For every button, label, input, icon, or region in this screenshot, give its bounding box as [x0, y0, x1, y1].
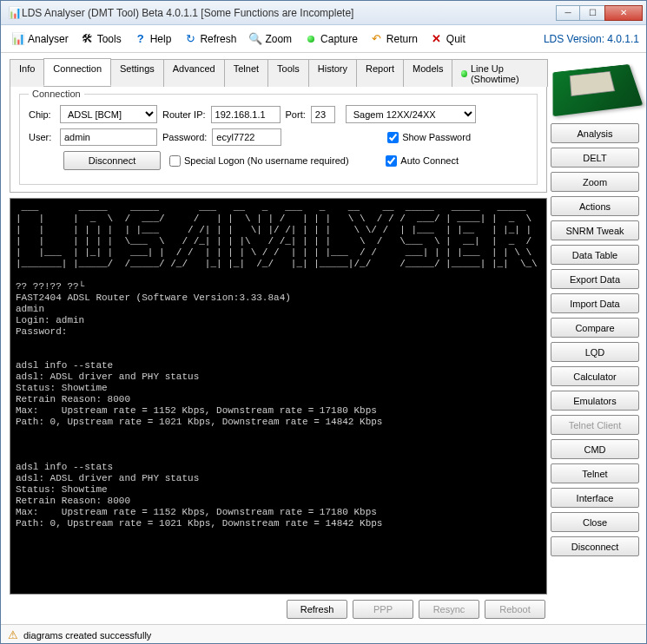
- compare-button[interactable]: Compare: [551, 318, 639, 338]
- return-icon: ↶: [370, 32, 384, 46]
- routerip-input[interactable]: [211, 106, 281, 123]
- status-text: diagrams created successfully: [23, 630, 151, 641]
- app-icon: 📊: [8, 6, 22, 20]
- tab-tools[interactable]: Tools: [267, 59, 309, 87]
- chip-select[interactable]: ADSL [BCM]: [60, 105, 157, 123]
- tab-connection[interactable]: Connection: [43, 58, 111, 86]
- main-toolbar: 📊Analyser 🛠Tools ?Help ↻Refresh 🔍Zoom Ca…: [1, 25, 646, 53]
- pcb-image: [552, 64, 643, 116]
- close-side-button[interactable]: Close: [551, 512, 639, 532]
- showpw-checkbox[interactable]: Show Password: [387, 132, 471, 143]
- tab-report[interactable]: Report: [356, 59, 404, 87]
- quit-icon: ✕: [430, 32, 444, 46]
- tab-lineup[interactable]: Line Up (Showtime): [452, 59, 548, 87]
- disconnect-side-button[interactable]: Disconnect: [551, 536, 639, 556]
- close-window-button[interactable]: ✕: [604, 5, 643, 21]
- calculator-button[interactable]: Calculator: [551, 366, 639, 386]
- tab-advanced[interactable]: Advanced: [163, 59, 225, 87]
- window-title: LDS Analyser (DMT Tool) Beta 4.0.1.1 [So…: [22, 7, 556, 19]
- reboot-button: Reboot: [485, 600, 545, 619]
- refresh-bottom-button[interactable]: Refresh: [287, 600, 347, 619]
- password-label: Password:: [162, 132, 207, 142]
- cmd-button[interactable]: CMD: [551, 439, 639, 459]
- snrm-tweak-button[interactable]: SNRM Tweak: [551, 220, 639, 240]
- port-label: Port:: [286, 109, 306, 120]
- routerip-label: Router IP:: [162, 109, 206, 120]
- return-button[interactable]: ↶Return: [366, 30, 421, 48]
- quit-button[interactable]: ✕Quit: [426, 30, 469, 48]
- help-menu[interactable]: ?Help: [130, 30, 175, 48]
- resync-button: Resync: [419, 600, 479, 619]
- refresh-button[interactable]: ↻Refresh: [180, 30, 240, 48]
- terminal-output[interactable]: ___ _____ _____ ___ __ _ ___ _ __ __ ___…: [10, 198, 547, 595]
- zoom-icon: 🔍: [248, 32, 262, 46]
- tab-history[interactable]: History: [308, 59, 357, 87]
- analyser-icon: 📊: [11, 32, 25, 46]
- port-input[interactable]: [311, 106, 335, 123]
- capture-button[interactable]: Capture: [300, 30, 361, 48]
- interface-button[interactable]: Interface: [551, 488, 639, 508]
- emulators-button[interactable]: Emulators: [551, 391, 639, 411]
- user-label: User:: [29, 132, 55, 142]
- zoom-side-button[interactable]: Zoom: [551, 172, 639, 192]
- tab-info[interactable]: Info: [10, 59, 44, 87]
- status-dot-icon: [461, 70, 466, 77]
- tab-telnet[interactable]: Telnet: [224, 59, 268, 87]
- maximize-button[interactable]: ☐: [580, 5, 604, 21]
- ppp-button: PPP: [353, 600, 413, 619]
- disconnect-button[interactable]: Disconnect: [63, 151, 161, 170]
- password-input[interactable]: [212, 128, 281, 146]
- import-data-button[interactable]: Import Data: [551, 293, 639, 313]
- tab-models[interactable]: Models: [403, 59, 452, 87]
- delt-button[interactable]: DELT: [551, 148, 639, 168]
- status-bar: ⚠ diagrams created successfully: [1, 624, 646, 644]
- tab-bar: Info Connection Settings Advanced Telnet…: [10, 58, 547, 87]
- telnet-side-button[interactable]: Telnet: [551, 463, 639, 483]
- export-data-button[interactable]: Export Data: [551, 269, 639, 289]
- tools-icon: 🛠: [81, 32, 95, 46]
- tab-settings[interactable]: Settings: [110, 59, 164, 87]
- special-logon-checkbox[interactable]: Special Logon (No username required): [169, 155, 349, 167]
- actions-button[interactable]: Actions: [551, 196, 639, 216]
- version-label: LDS Version: 4.0.1.1: [544, 33, 639, 45]
- lqd-button[interactable]: LQD: [551, 342, 639, 362]
- capture-icon: [304, 32, 318, 46]
- telnet-client-button: Telnet Client: [551, 415, 639, 435]
- modem-select[interactable]: Sagem 12XX/24XX: [346, 105, 476, 123]
- tools-menu[interactable]: 🛠Tools: [77, 30, 125, 48]
- zoom-button[interactable]: 🔍Zoom: [245, 30, 295, 48]
- autoconnect-checkbox[interactable]: Auto Connect: [386, 155, 459, 167]
- analyser-menu[interactable]: 📊Analyser: [8, 30, 72, 48]
- help-icon: ?: [134, 32, 148, 46]
- analysis-button[interactable]: Analysis: [551, 123, 639, 143]
- titlebar: 📊 LDS Analyser (DMT Tool) Beta 4.0.1.1 […: [1, 1, 646, 25]
- warning-icon: ⚠: [8, 628, 18, 641]
- connection-fieldset: Connection Chip: ADSL [BCM] Router IP: P…: [19, 94, 538, 185]
- sidebar: Analysis DELT Zoom Actions SNRM Tweak Da…: [551, 53, 646, 624]
- minimize-button[interactable]: ─: [556, 5, 580, 21]
- datatable-button[interactable]: Data Table: [551, 245, 639, 265]
- refresh-icon: ↻: [183, 32, 197, 46]
- chip-label: Chip:: [29, 109, 55, 120]
- fieldset-legend: Connection: [29, 89, 84, 99]
- user-input[interactable]: [60, 128, 157, 146]
